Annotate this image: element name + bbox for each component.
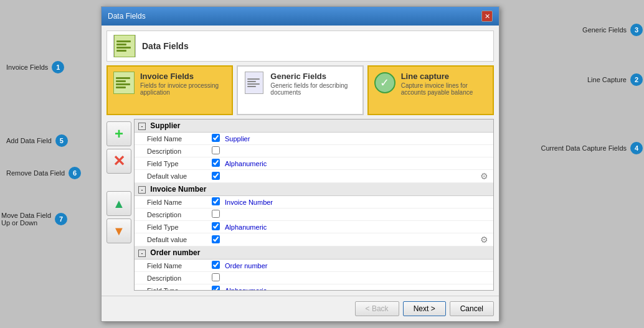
settings-icon[interactable]: ⚙	[480, 171, 488, 181]
invoice-card-icon	[113, 72, 135, 94]
invoice-card-description: Fields for invoice processing applicatio…	[140, 82, 227, 96]
checkbox-cell[interactable]	[209, 145, 222, 157]
field-value	[222, 272, 493, 284]
callout-current-badge: 4	[630, 142, 643, 154]
settings-icon[interactable]: ⚙	[480, 235, 488, 245]
add-icon: +	[115, 125, 123, 143]
table-row: Field Type Alphanumeric	[135, 157, 493, 170]
field-label: Field Name	[135, 133, 209, 145]
table-row: - Invoice Number	[135, 183, 493, 196]
action-buttons: + ✕ ▲ ▼	[107, 119, 131, 291]
checkbox-cell[interactable]	[209, 233, 222, 246]
callout-move-badge: 7	[55, 213, 67, 225]
main-dialog: Data Fields ✕ Data Fields	[101, 6, 500, 322]
line-capture-card-icon: ✓	[374, 72, 396, 94]
field-value: Order number	[222, 260, 493, 272]
table-row: Description	[135, 145, 493, 157]
table-row: - Order number	[135, 246, 493, 260]
callout-line-label: Line Capture	[587, 76, 627, 83]
callout-generic-badge: 3	[630, 24, 643, 36]
table-row: Field Type Alphanumeric	[135, 284, 493, 291]
field-label: Description	[135, 272, 209, 284]
checkbox-cell[interactable]	[209, 272, 222, 284]
line-capture-card-text: Line capture Capture invoice lines for a…	[401, 72, 488, 96]
field-label: Field Type	[135, 221, 209, 233]
checkbox-cell[interactable]	[209, 133, 222, 145]
callout-remove-field: Remove Data Field 6	[6, 167, 81, 179]
generic-fields-card[interactable]: Generic Fields Generic fields for descri…	[237, 65, 363, 115]
checkbox-cell[interactable]	[209, 284, 222, 291]
back-button[interactable]: < Back	[355, 301, 399, 316]
callout-line-capture: 2 Line Capture	[587, 73, 643, 86]
invoice-card-text: Invoice Fields Fields for invoice proces…	[140, 72, 227, 96]
invoice-mini-icon	[113, 72, 135, 94]
dialog-footer: < Back Next > Cancel	[102, 296, 499, 321]
close-button[interactable]: ✕	[481, 11, 493, 22]
callout-line-badge: 2	[630, 73, 643, 86]
field-label: Field Type	[135, 157, 209, 170]
callout-move-label: Move Data FieldUp or Down	[1, 212, 51, 227]
next-button[interactable]: Next >	[403, 301, 446, 316]
checkbox-cell[interactable]	[209, 221, 222, 233]
field-label: Description	[135, 209, 209, 221]
group-invoice-label: Invoice Number	[150, 185, 206, 194]
callout-generic-label: Generic Fields	[582, 26, 627, 34]
field-label: Description	[135, 145, 209, 157]
field-value: Alphanumeric	[222, 221, 493, 233]
remove-field-button[interactable]: ✕	[107, 149, 131, 174]
field-label: Default value	[135, 170, 209, 183]
field-label: Field Name	[135, 196, 209, 209]
move-down-button[interactable]: ▼	[107, 218, 131, 243]
expand-invoice-number[interactable]: -	[138, 186, 146, 194]
invoice-icon	[114, 35, 135, 57]
line-capture-card-title: Line capture	[401, 72, 488, 81]
field-value: ⚙	[222, 170, 493, 183]
table-row: Description	[135, 272, 493, 284]
callout-current-data: 4 Current Data Capture Fields	[541, 142, 643, 154]
header-title: Data Fields	[142, 41, 189, 51]
checkbox-cell[interactable]	[209, 157, 222, 170]
field-value: Invoice Number	[222, 196, 493, 209]
table-row: Default value ⚙	[135, 170, 493, 183]
arrow-down-icon: ▼	[113, 224, 125, 238]
dialog-title: Data Fields	[108, 12, 146, 21]
dialog-overlay: Invoice Fields 1 Add Data Field 5 Remove…	[0, 0, 644, 328]
table-row: Field Name Invoice Number	[135, 196, 493, 209]
field-label: Default value	[135, 233, 209, 246]
table-row: Description	[135, 209, 493, 221]
field-value: ⚙	[222, 233, 493, 246]
callout-add-label: Add Data Field	[6, 137, 52, 144]
table-row: - Supplier	[135, 119, 493, 133]
checkbox-cell[interactable]	[209, 196, 222, 209]
header-icon	[113, 35, 136, 57]
callout-invoice-badge: 1	[52, 61, 64, 73]
remove-icon: ✕	[113, 152, 125, 170]
checkbox-cell[interactable]	[209, 260, 222, 272]
fields-table: - Supplier Field Name Supplier Descripti	[135, 119, 493, 291]
field-value	[222, 209, 493, 221]
checkbox-cell[interactable]	[209, 170, 222, 183]
cancel-button[interactable]: Cancel	[450, 301, 494, 316]
data-fields-area: + ✕ ▲ ▼	[107, 119, 494, 291]
group-supplier-label: Supplier	[150, 121, 180, 130]
dialog-titlebar: Data Fields ✕	[102, 7, 499, 26]
invoice-fields-card[interactable]: Invoice Fields Fields for invoice proces…	[107, 65, 233, 115]
generic-card-description: Generic fields for describing documents	[270, 82, 357, 96]
generic-card-text: Generic Fields Generic fields for descri…	[270, 72, 357, 96]
expand-supplier[interactable]: -	[138, 123, 146, 130]
callout-remove-label: Remove Data Field	[6, 169, 65, 177]
generic-card-icon	[243, 72, 265, 94]
field-value: Supplier	[222, 133, 493, 145]
checkbox-cell[interactable]	[209, 209, 222, 221]
dialog-body: Data Fields Invoice Fields	[102, 26, 499, 296]
arrow-up-icon: ▲	[113, 197, 125, 211]
fields-table-container[interactable]: - Supplier Field Name Supplier Descripti	[134, 119, 494, 291]
expand-order-number[interactable]: -	[138, 250, 146, 257]
move-up-button[interactable]: ▲	[107, 191, 131, 216]
add-field-button[interactable]: +	[107, 121, 131, 146]
callout-remove-badge: 6	[69, 167, 81, 179]
line-capture-card[interactable]: ✓ Line capture Capture invoice lines for…	[367, 65, 494, 115]
dialog-header: Data Fields	[107, 30, 494, 62]
field-value: Alphanumeric	[222, 157, 493, 170]
field-label: Field Type	[135, 284, 209, 291]
